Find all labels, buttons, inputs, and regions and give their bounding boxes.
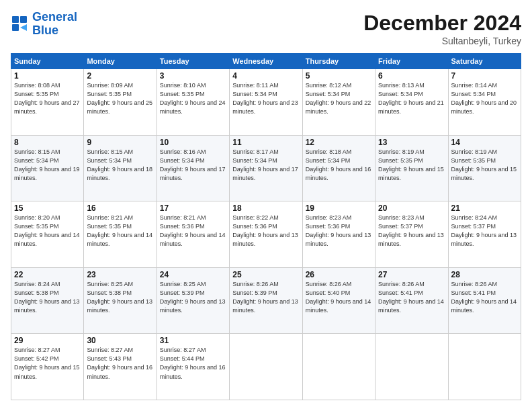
day-number: 29 <box>14 336 81 345</box>
day-number: 25 <box>232 270 299 279</box>
day-number: 3 <box>160 71 226 81</box>
calendar-cell: 28Sunrise: 8:26 AM Sunset: 5:41 PM Dayli… <box>448 267 521 334</box>
day-info: Sunrise: 8:26 AM Sunset: 5:39 PM Dayligh… <box>232 280 299 315</box>
svg-rect-2 <box>12 24 19 31</box>
svg-rect-0 <box>12 16 19 23</box>
calendar-cell: 2Sunrise: 8:09 AM Sunset: 5:35 PM Daylig… <box>84 69 157 136</box>
calendar-cell: 6Sunrise: 8:13 AM Sunset: 5:34 PM Daylig… <box>375 69 448 136</box>
col-thursday: Thursday <box>302 54 375 69</box>
calendar-body: 1Sunrise: 8:08 AM Sunset: 5:35 PM Daylig… <box>11 69 521 400</box>
calendar-cell: 29Sunrise: 8:27 AM Sunset: 5:42 PM Dayli… <box>11 334 84 400</box>
calendar-cell: 31Sunrise: 8:27 AM Sunset: 5:44 PM Dayli… <box>157 334 229 400</box>
col-monday: Monday <box>84 54 157 69</box>
day-number: 11 <box>232 138 299 147</box>
day-number: 22 <box>14 270 81 279</box>
col-tuesday: Tuesday <box>157 54 229 69</box>
day-info: Sunrise: 8:21 AM Sunset: 5:35 PM Dayligh… <box>87 214 153 248</box>
calendar-cell: 17Sunrise: 8:21 AM Sunset: 5:36 PM Dayli… <box>157 201 229 268</box>
day-info: Sunrise: 8:16 AM Sunset: 5:34 PM Dayligh… <box>160 148 226 183</box>
day-number: 18 <box>232 203 299 213</box>
calendar-header: Sunday Monday Tuesday Wednesday Thursday… <box>11 54 521 69</box>
logo: General Blue <box>11 11 77 38</box>
day-info: Sunrise: 8:27 AM Sunset: 5:42 PM Dayligh… <box>14 346 81 381</box>
day-info: Sunrise: 8:19 AM Sunset: 5:35 PM Dayligh… <box>378 148 445 183</box>
day-number: 5 <box>306 71 372 81</box>
day-number: 24 <box>160 270 226 279</box>
day-number: 20 <box>378 203 445 213</box>
svg-marker-3 <box>20 24 27 31</box>
day-number: 16 <box>87 203 153 213</box>
day-number: 12 <box>306 138 372 147</box>
day-info: Sunrise: 8:23 AM Sunset: 5:37 PM Dayligh… <box>378 214 445 248</box>
col-friday: Friday <box>375 54 448 69</box>
calendar-cell: 7Sunrise: 8:14 AM Sunset: 5:34 PM Daylig… <box>448 69 521 136</box>
calendar-cell <box>302 334 375 400</box>
calendar-table: Sunday Monday Tuesday Wednesday Thursday… <box>11 53 521 400</box>
calendar-cell: 26Sunrise: 8:26 AM Sunset: 5:40 PM Dayli… <box>302 267 375 334</box>
day-number: 6 <box>378 71 445 81</box>
day-info: Sunrise: 8:26 AM Sunset: 5:41 PM Dayligh… <box>451 280 518 315</box>
day-number: 21 <box>451 203 518 213</box>
day-info: Sunrise: 8:19 AM Sunset: 5:35 PM Dayligh… <box>451 148 518 183</box>
day-number: 19 <box>306 203 372 213</box>
day-number: 26 <box>306 270 372 279</box>
calendar-cell: 11Sunrise: 8:17 AM Sunset: 5:34 PM Dayli… <box>230 135 302 201</box>
day-number: 27 <box>378 270 445 279</box>
calendar-cell <box>230 334 302 400</box>
day-info: Sunrise: 8:24 AM Sunset: 5:38 PM Dayligh… <box>14 280 81 315</box>
day-number: 9 <box>87 138 153 147</box>
day-info: Sunrise: 8:12 AM Sunset: 5:34 PM Dayligh… <box>306 81 372 116</box>
calendar-week-2: 8Sunrise: 8:15 AM Sunset: 5:34 PM Daylig… <box>11 135 521 201</box>
day-number: 2 <box>87 71 153 81</box>
header: General Blue December 2024 Sultanbeyli, … <box>11 11 521 46</box>
calendar-cell: 20Sunrise: 8:23 AM Sunset: 5:37 PM Dayli… <box>375 201 448 268</box>
logo-text: General Blue <box>32 11 77 38</box>
day-info: Sunrise: 8:25 AM Sunset: 5:38 PM Dayligh… <box>87 280 153 315</box>
page: General Blue December 2024 Sultanbeyli, … <box>0 0 532 411</box>
col-sunday: Sunday <box>11 54 84 69</box>
calendar-week-3: 15Sunrise: 8:20 AM Sunset: 5:35 PM Dayli… <box>11 201 521 268</box>
calendar-cell: 30Sunrise: 8:27 AM Sunset: 5:43 PM Dayli… <box>84 334 157 400</box>
day-number: 13 <box>378 138 445 147</box>
logo-line2: Blue <box>32 24 58 37</box>
day-number: 1 <box>14 71 81 81</box>
day-info: Sunrise: 8:15 AM Sunset: 5:34 PM Dayligh… <box>14 148 81 183</box>
day-info: Sunrise: 8:20 AM Sunset: 5:35 PM Dayligh… <box>14 214 81 248</box>
calendar-cell: 15Sunrise: 8:20 AM Sunset: 5:35 PM Dayli… <box>11 201 84 268</box>
calendar-cell: 3Sunrise: 8:10 AM Sunset: 5:35 PM Daylig… <box>157 69 229 136</box>
calendar-cell: 14Sunrise: 8:19 AM Sunset: 5:35 PM Dayli… <box>448 135 521 201</box>
calendar-cell: 13Sunrise: 8:19 AM Sunset: 5:35 PM Dayli… <box>375 135 448 201</box>
logo-icon <box>11 15 30 34</box>
day-info: Sunrise: 8:15 AM Sunset: 5:34 PM Dayligh… <box>87 148 153 183</box>
day-info: Sunrise: 8:26 AM Sunset: 5:41 PM Dayligh… <box>378 280 445 315</box>
calendar-cell: 19Sunrise: 8:23 AM Sunset: 5:36 PM Dayli… <box>302 201 375 268</box>
day-number: 10 <box>160 138 226 147</box>
day-info: Sunrise: 8:09 AM Sunset: 5:35 PM Dayligh… <box>87 81 153 116</box>
day-number: 15 <box>14 203 81 213</box>
day-number: 8 <box>14 138 81 147</box>
calendar-cell: 25Sunrise: 8:26 AM Sunset: 5:39 PM Dayli… <box>230 267 302 334</box>
subtitle: Sultanbeyli, Turkey <box>363 36 521 46</box>
title-area: December 2024 Sultanbeyli, Turkey <box>363 11 521 46</box>
calendar-cell: 22Sunrise: 8:24 AM Sunset: 5:38 PM Dayli… <box>11 267 84 334</box>
day-number: 23 <box>87 270 153 279</box>
day-info: Sunrise: 8:22 AM Sunset: 5:36 PM Dayligh… <box>232 214 299 248</box>
day-info: Sunrise: 8:26 AM Sunset: 5:40 PM Dayligh… <box>306 280 372 315</box>
day-info: Sunrise: 8:24 AM Sunset: 5:37 PM Dayligh… <box>451 214 518 248</box>
calendar-cell: 16Sunrise: 8:21 AM Sunset: 5:35 PM Dayli… <box>84 201 157 268</box>
calendar-cell: 5Sunrise: 8:12 AM Sunset: 5:34 PM Daylig… <box>302 69 375 136</box>
calendar-cell: 12Sunrise: 8:18 AM Sunset: 5:34 PM Dayli… <box>302 135 375 201</box>
day-info: Sunrise: 8:25 AM Sunset: 5:39 PM Dayligh… <box>160 280 226 315</box>
day-info: Sunrise: 8:13 AM Sunset: 5:34 PM Dayligh… <box>378 81 445 116</box>
calendar-cell: 21Sunrise: 8:24 AM Sunset: 5:37 PM Dayli… <box>448 201 521 268</box>
day-info: Sunrise: 8:23 AM Sunset: 5:36 PM Dayligh… <box>306 214 372 248</box>
calendar-cell <box>448 334 521 400</box>
calendar-cell: 18Sunrise: 8:22 AM Sunset: 5:36 PM Dayli… <box>230 201 302 268</box>
calendar-cell: 10Sunrise: 8:16 AM Sunset: 5:34 PM Dayli… <box>157 135 229 201</box>
day-number: 4 <box>232 71 299 81</box>
day-number: 14 <box>451 138 518 147</box>
calendar-cell: 24Sunrise: 8:25 AM Sunset: 5:39 PM Dayli… <box>157 267 229 334</box>
calendar-cell: 4Sunrise: 8:11 AM Sunset: 5:34 PM Daylig… <box>230 69 302 136</box>
day-number: 28 <box>451 270 518 279</box>
day-info: Sunrise: 8:27 AM Sunset: 5:43 PM Dayligh… <box>87 346 153 381</box>
